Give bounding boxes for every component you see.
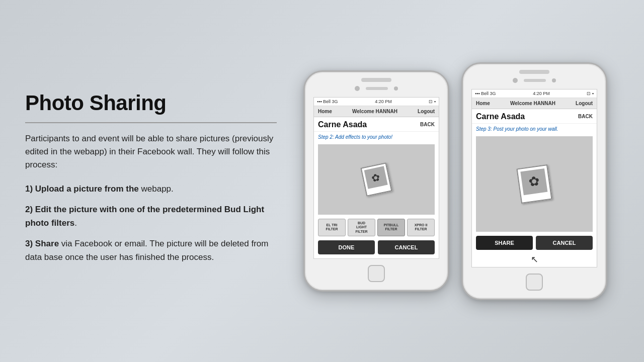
slide: Photo Sharing Participants to and event … <box>0 0 644 362</box>
phone-2: ▪▪▪ Bell 3G 4:20 PM ⊡ ▪ Home Welcome HAN… <box>461 62 607 300</box>
phone-2-time: 4:20 PM <box>533 91 550 96</box>
phone-1-nav-bar: Home Welcome HANNAH Logout <box>314 106 439 117</box>
phone-2-top <box>463 64 606 89</box>
phone-1-cancel-button[interactable]: CANCEL <box>378 240 435 254</box>
filter-bud-light[interactable]: BUDLIGHTFILTER <box>348 219 375 236</box>
phone-1-time: 4:20 PM <box>375 99 392 104</box>
phone-2-signal: ▪▪▪ Bell 3G <box>475 91 496 96</box>
phone-2-earpiece <box>524 79 546 82</box>
phone-1-action-row: DONE CANCEL <box>314 238 439 258</box>
phone-1-sensor <box>394 86 398 90</box>
phone-2-bottom <box>463 267 606 299</box>
phone-1-bottom <box>305 259 448 290</box>
phone-2-polaroid-inner: ✿ <box>520 168 547 195</box>
cursor-icon: ↖ <box>531 254 538 264</box>
filter-xpro[interactable]: XPRO IIFILTER <box>407 219 435 236</box>
phone-2-home-button[interactable] <box>526 274 543 291</box>
phone-2-nav-bar: Home Welcome HANNAH Logout <box>472 98 597 109</box>
phone-1-status-bar: ▪▪▪ Bell 3G 4:20 PM ⊡ ▪ <box>314 98 439 106</box>
phone-1-content-header: Carne Asada BACK <box>314 117 439 132</box>
phone-1-top <box>305 72 448 97</box>
phone-2-nav-home[interactable]: Home <box>476 101 490 106</box>
step-1-bold: 1) Upload a picture from the <box>25 184 139 194</box>
phone-2-sensor <box>552 78 556 82</box>
phone-1: ▪▪▪ Bell 3G 4:20 PM ⊡ ▪ Home Welcome HAN… <box>303 70 449 292</box>
phone-1-polaroid-inner: ✿ <box>364 166 388 189</box>
step-1-normal: webapp. <box>141 184 173 194</box>
phone-1-back-button[interactable]: BACK <box>420 122 435 127</box>
step-2-bold: 2) Edit the picture with one of the pred… <box>25 205 264 228</box>
step-2-normal: . <box>74 218 77 228</box>
step-3-bold: 3) Share <box>25 239 59 248</box>
phone-2-battery: ⊡ ▪ <box>587 91 594 96</box>
filter-pitbull[interactable]: PITBULLFILTER <box>377 219 405 236</box>
phone-2-screen: ▪▪▪ Bell 3G 4:20 PM ⊡ ▪ Home Welcome HAN… <box>471 89 597 267</box>
phone-1-battery: ⊡ ▪ <box>429 99 436 104</box>
phone-2-photo-area: ✿ <box>476 136 593 232</box>
phone-1-step-instruction: Step 2: Add effects to your photo! <box>314 132 439 142</box>
phone-2-speaker <box>519 70 549 74</box>
phone-1-done-button[interactable]: DONE <box>318 240 375 254</box>
phone-1-camera-row <box>355 86 398 91</box>
phone-1-photo-area: ✿ <box>318 144 435 215</box>
phone-1-earpiece <box>366 87 388 90</box>
text-panel: Photo Sharing Participants to and event … <box>25 91 292 272</box>
step-3: 3) Share via Facebook or email. The pict… <box>25 237 277 264</box>
phone-2-flower-icon: ✿ <box>527 173 540 190</box>
phone-1-flower-icon: ✿ <box>370 170 381 184</box>
phone-2-content-title: Carne Asada <box>476 112 525 121</box>
page-title: Photo Sharing <box>25 91 277 115</box>
phones-container: ▪▪▪ Bell 3G 4:20 PM ⊡ ▪ Home Welcome HAN… <box>292 62 619 300</box>
phone-1-screen: ▪▪▪ Bell 3G 4:20 PM ⊡ ▪ Home Welcome HAN… <box>313 97 439 259</box>
phone-2-step-instruction: Step 3: Post your photo on your wall. <box>472 124 597 134</box>
phone-1-camera <box>355 86 360 91</box>
phone-2-polaroid: ✿ <box>516 164 552 204</box>
filter-el-tri[interactable]: EL TRIFILTER <box>318 219 346 236</box>
phone-2-nav-welcome: Welcome HANNAH <box>510 101 555 106</box>
phone-1-content-title: Carne Asada <box>318 120 367 129</box>
step-list: 1) Upload a picture from the webapp. 2) … <box>25 182 277 264</box>
phone-1-polaroid: ✿ <box>361 162 392 197</box>
phone-2-nav-logout[interactable]: Logout <box>576 101 593 106</box>
step-2: 2) Edit the picture with one of the pred… <box>25 203 277 230</box>
phone-2-cursor-area: ↖ <box>472 254 597 267</box>
phone-2-action-row: SHARE CANCEL <box>472 234 597 254</box>
divider <box>25 122 277 123</box>
phone-1-nav-home[interactable]: Home <box>318 109 332 114</box>
phone-2-camera <box>513 78 518 83</box>
phone-2-share-button[interactable]: SHARE <box>476 236 533 250</box>
phone-2-camera-row <box>513 78 556 83</box>
phone-2-content-header: Carne Asada BACK <box>472 109 597 124</box>
phone-2-status-bar: ▪▪▪ Bell 3G 4:20 PM ⊡ ▪ <box>472 89 597 98</box>
step-3-normal: via Facebook or email. The picture will … <box>25 239 268 262</box>
description: Participants to and event will be able t… <box>25 132 277 172</box>
phone-2-cancel-button[interactable]: CANCEL <box>536 236 593 250</box>
phone-2-back-button[interactable]: BACK <box>578 114 593 119</box>
phone-1-signal: ▪▪▪ Bell 3G <box>317 99 338 104</box>
phone-1-nav-logout[interactable]: Logout <box>418 109 435 114</box>
phone-1-home-button[interactable] <box>368 265 385 282</box>
phone-1-nav-welcome: Welcome HANNAH <box>352 109 397 114</box>
phone-1-filter-row: EL TRIFILTER BUDLIGHTFILTER PITBULLFILTE… <box>314 217 439 238</box>
phone-1-speaker <box>361 78 391 82</box>
step-1: 1) Upload a picture from the webapp. <box>25 182 277 196</box>
